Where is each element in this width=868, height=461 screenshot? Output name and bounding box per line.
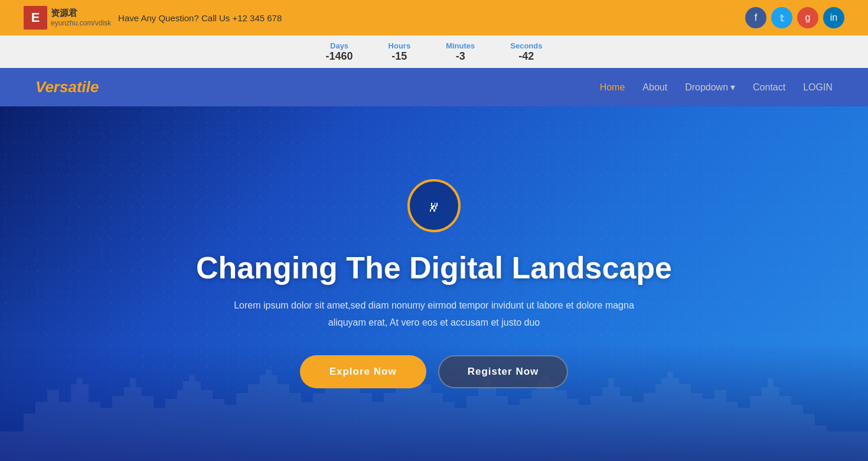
minutes-label: Minutes xyxy=(446,41,475,50)
hours-label: Hours xyxy=(389,41,411,50)
hero-buttons: Explore Now Register Now xyxy=(196,355,672,388)
countdown-days: Days -1460 xyxy=(326,41,353,63)
navbar: Versatile Home About Dropdown ▾ Contact … xyxy=(0,68,868,106)
social-icons: f 𝕥 g in xyxy=(745,7,844,28)
nav-home-link[interactable]: Home xyxy=(600,82,625,92)
nav-about[interactable]: About xyxy=(642,82,667,93)
chevron-down-icon: ▾ xyxy=(730,82,735,93)
nav-dropdown[interactable]: Dropdown ▾ xyxy=(685,82,735,93)
nav-contact[interactable]: Contact xyxy=(753,82,785,93)
svg-text:ꝟ: ꝟ xyxy=(429,196,438,215)
watermark-url: eyunzhu.com/vdisk xyxy=(51,19,111,28)
explore-now-button[interactable]: Explore Now xyxy=(300,355,426,388)
seconds-value: -42 xyxy=(510,50,542,63)
phone-text: Have Any Question? Call Us +12 345 678 xyxy=(118,13,282,23)
vine-icon-circle: ꝟ xyxy=(407,179,461,232)
brand-logo[interactable]: Versatile xyxy=(35,78,99,96)
nav-login[interactable]: LOGIN xyxy=(803,82,833,93)
watermark-logo: E 资源君 eyunzhu.com/vdisk xyxy=(24,6,111,30)
countdown-bar: Days -1460 Hours -15 Minutes -3 Seconds … xyxy=(0,35,868,68)
days-value: -1460 xyxy=(326,50,353,63)
hero-subtitle: Lorem ipsum dolor sit amet,sed diam nonu… xyxy=(227,297,641,332)
brand-v: V xyxy=(35,78,45,96)
nav-login-link[interactable]: LOGIN xyxy=(803,82,833,92)
hero-content: ꝟ Changing The Digital Landscape Lorem i… xyxy=(196,179,672,388)
watermark-letter: E xyxy=(24,6,47,30)
register-now-button[interactable]: Register Now xyxy=(438,355,569,388)
nav-about-link[interactable]: About xyxy=(642,82,667,92)
hero-section: ꝟ Changing The Digital Landscape Lorem i… xyxy=(0,106,868,461)
twitter-icon[interactable]: 𝕥 xyxy=(771,7,792,28)
countdown-hours: Hours -15 xyxy=(389,41,411,63)
watermark-info: 资源君 eyunzhu.com/vdisk xyxy=(51,7,111,28)
nav-dropdown-label: Dropdown xyxy=(685,82,728,93)
countdown-seconds: Seconds -42 xyxy=(510,41,542,63)
facebook-icon[interactable]: f xyxy=(745,7,766,28)
brand-name: ersatile xyxy=(45,78,99,96)
watermark-name: 资源君 xyxy=(51,7,111,19)
nav-home[interactable]: Home xyxy=(600,82,625,93)
hero-title: Changing The Digital Landscape xyxy=(196,250,672,285)
linkedin-icon[interactable]: in xyxy=(823,7,844,28)
countdown-minutes: Minutes -3 xyxy=(446,41,475,63)
nav-menu: Home About Dropdown ▾ Contact LOGIN xyxy=(600,82,833,93)
top-bar: E 资源君 eyunzhu.com/vdisk Have Any Questio… xyxy=(0,0,868,35)
nav-dropdown-toggle[interactable]: Dropdown ▾ xyxy=(685,82,735,93)
hours-value: -15 xyxy=(389,50,411,63)
seconds-label: Seconds xyxy=(510,41,542,50)
top-bar-left: E 资源君 eyunzhu.com/vdisk Have Any Questio… xyxy=(24,6,282,30)
minutes-value: -3 xyxy=(446,50,475,63)
vine-icon: ꝟ xyxy=(421,193,447,219)
days-label: Days xyxy=(326,41,353,50)
nav-contact-link[interactable]: Contact xyxy=(753,82,785,92)
google-plus-icon[interactable]: g xyxy=(797,7,818,28)
